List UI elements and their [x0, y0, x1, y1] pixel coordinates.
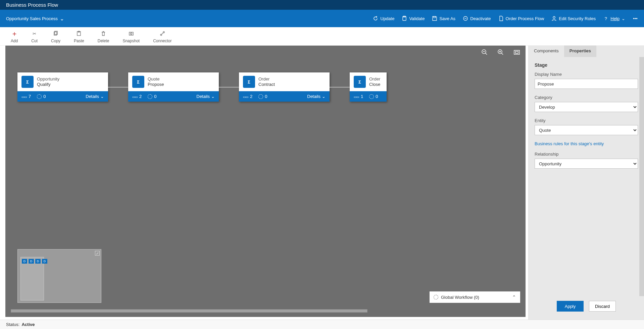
camera-icon [128, 31, 134, 37]
cut-icon: ✂ [32, 31, 38, 37]
title-bar: Business Process Flow [0, 0, 644, 10]
connector-button[interactable]: Connector [153, 31, 171, 43]
update-button[interactable]: Update [373, 16, 394, 21]
svg-rect-2 [434, 16, 436, 18]
refresh-icon [373, 16, 378, 21]
fit-button[interactable] [513, 49, 520, 56]
status-label: Status: [6, 322, 19, 327]
apply-button[interactable]: Apply [557, 301, 584, 312]
workflow-count: 0 [37, 94, 46, 99]
relationship-select[interactable]: Opportunity [535, 159, 638, 169]
stage-qualify[interactable]: Σ Opportunity Qualify 7 0 Details⌄ [17, 72, 108, 102]
tab-components[interactable]: Components [529, 46, 564, 57]
horizontal-scrollbar[interactable] [11, 308, 520, 314]
stage-contract[interactable]: Σ Order Contract 2 0 Details⌄ [239, 72, 330, 102]
details-button[interactable]: Details⌄ [86, 94, 104, 99]
displayname-input[interactable] [535, 79, 638, 89]
stage-entity: Opportunity [37, 76, 59, 82]
minimap-nodes: D D D D [22, 259, 47, 264]
tab-properties[interactable]: Properties [564, 46, 596, 57]
svg-point-11 [160, 34, 162, 36]
paste-button[interactable]: Paste [74, 31, 84, 43]
validate-button[interactable]: Validate [402, 16, 425, 21]
svg-rect-9 [129, 32, 133, 35]
global-workflow-panel[interactable]: Global Workflow (0) ⌃ [430, 291, 520, 303]
connector-line [219, 87, 239, 88]
displayname-label: Display Name [535, 72, 638, 77]
cut-button[interactable]: ✂Cut [31, 31, 38, 43]
canvas-wrap: Σ Opportunity Qualify 7 0 Details⌄ [0, 46, 528, 320]
plus-icon: ＋ [11, 31, 17, 37]
zoom-in-button[interactable] [497, 49, 504, 56]
stage-propose[interactable]: Σ Quote Propose 2 0 Details⌄ [128, 72, 219, 102]
canvas[interactable]: Σ Opportunity Qualify 7 0 Details⌄ [5, 46, 526, 317]
canvas-tools [481, 49, 520, 56]
add-button[interactable]: ＋Add [11, 31, 18, 43]
workflow-count: 0 [258, 94, 267, 99]
discard-button[interactable]: Discard [589, 301, 616, 312]
clipboard-icon [402, 16, 407, 21]
security-roles-button[interactable]: Edit Security Roles [551, 16, 596, 21]
deactivate-label: Deactivate [470, 16, 491, 21]
zoom-out-button[interactable] [481, 49, 488, 56]
stage-name: Contract [258, 82, 275, 87]
more-icon: ••• [633, 16, 638, 21]
process-name-dropdown[interactable]: Opportunity Sales Process ⌄ [6, 15, 64, 22]
svg-point-10 [130, 33, 132, 35]
svg-rect-15 [514, 50, 519, 54]
minimap[interactable]: ⤢ D D D D [17, 249, 101, 303]
stage-name: Propose [148, 82, 164, 87]
svg-rect-16 [515, 51, 518, 53]
help-button[interactable]: ? Help ⌄ [603, 16, 625, 21]
properties-panel: Components Properties Stage Display Name… [528, 46, 644, 320]
details-button[interactable]: Details⌄ [196, 94, 215, 99]
order-flow-button[interactable]: Order Process Flow [498, 16, 544, 21]
save-icon [432, 16, 437, 21]
stage-icon: Σ [21, 76, 34, 88]
user-icon [551, 16, 557, 21]
minimap-node: D [29, 259, 34, 264]
chevron-down-icon: ⌄ [622, 16, 625, 21]
workflow-count: 0 [148, 94, 156, 99]
copy-label: Copy [51, 39, 60, 43]
security-label: Edit Security Roles [559, 16, 596, 21]
panel-tabs: Components Properties [529, 46, 644, 57]
scrollbar-thumb[interactable] [11, 309, 367, 313]
status-bar: Status: Active [0, 320, 644, 329]
svg-point-4 [553, 16, 555, 18]
more-button[interactable]: ••• [633, 16, 638, 21]
details-button[interactable]: Details⌄ [307, 94, 326, 99]
chevron-down-icon: ⌄ [100, 94, 104, 99]
chevron-down-icon: ⌄ [60, 15, 64, 22]
svg-point-12 [163, 32, 164, 33]
deactivate-button[interactable]: Deactivate [463, 16, 491, 21]
category-select[interactable]: Develop [535, 102, 638, 112]
copy-button[interactable]: Copy [51, 31, 60, 43]
steps-count: 2 [243, 94, 252, 99]
delete-button[interactable]: Delete [98, 31, 109, 43]
status-value: Active [21, 322, 35, 327]
saveas-label: Save As [439, 16, 455, 21]
steps-count: 7 [21, 94, 31, 99]
stage-icon: Σ [243, 76, 255, 88]
header-actions: Update Validate Save As Deactivate Order… [373, 16, 638, 21]
validate-label: Validate [409, 16, 425, 21]
vertical-scrollbar[interactable] [639, 57, 644, 296]
panel-heading: Stage [535, 62, 638, 68]
trash-icon [100, 31, 106, 37]
expand-icon[interactable]: ⤢ [95, 251, 100, 256]
saveas-button[interactable]: Save As [432, 16, 455, 21]
global-workflow-label: Global Workflow (0) [441, 295, 479, 300]
document-icon [498, 16, 504, 21]
relationship-label: Relationship [535, 152, 638, 157]
entity-select[interactable]: Quote [535, 125, 638, 135]
stage-close[interactable]: Σ Order Close 1 0 [350, 72, 387, 102]
steps-count: 2 [132, 94, 142, 99]
business-rules-link[interactable]: Business rules for this stage's entity [535, 141, 638, 146]
stage-entity: Order [369, 76, 380, 82]
order-label: Order Process Flow [506, 16, 544, 21]
chevron-up-icon[interactable]: ⌃ [512, 294, 516, 300]
minimap-node: D [22, 259, 27, 264]
snapshot-button[interactable]: Snapshot [122, 31, 140, 43]
stage-entity: Quote [148, 76, 164, 82]
